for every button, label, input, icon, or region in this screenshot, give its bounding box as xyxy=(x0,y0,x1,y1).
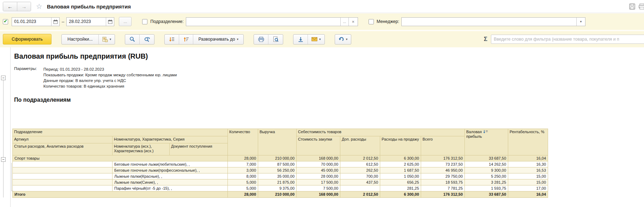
add-expenses-cell[interactable]: 2 012,50 xyxy=(340,155,380,161)
gross-profit-cell[interactable]: 1 593,75 xyxy=(465,185,508,191)
revenue-cell[interactable]: 35 000,00 xyxy=(258,173,297,179)
collapse-rows-button[interactable] xyxy=(179,35,193,44)
period-from-input[interactable] xyxy=(12,18,51,26)
nomenclature-cell[interactable]: Лыжные палки(Синие), , xyxy=(113,179,228,185)
quantity-cell[interactable]: 28,000 xyxy=(228,155,258,161)
find-next-button[interactable] xyxy=(139,35,154,44)
period-more-button[interactable]: ... xyxy=(119,17,132,26)
artikul-cell[interactable] xyxy=(13,185,113,191)
gross-profit-cell[interactable]: 9 300,00 xyxy=(465,167,508,173)
header-nomenclature-src[interactable]: Номенклатура (исх.), Характеристика (исх… xyxy=(113,143,170,155)
margin-cell[interactable]: 16,04 xyxy=(508,155,548,161)
total-cell[interactable]: 29 750,00 xyxy=(421,173,465,179)
period-to-calendar-button[interactable] xyxy=(106,18,114,26)
purchase-cost-cell[interactable]: 168 000,00 xyxy=(297,191,340,198)
gross-profit-cell[interactable]: 33 687,50 xyxy=(465,191,508,198)
add-expenses-cell[interactable]: 2 012,50 xyxy=(340,191,380,198)
add-expenses-cell[interactable]: 262,50 xyxy=(340,167,380,173)
sales-expenses-cell[interactable]: 281,25 xyxy=(380,185,421,191)
total-cell[interactable]: 18 593,75 xyxy=(421,179,465,185)
margin-cell[interactable]: 16,53 xyxy=(508,167,548,173)
nomenclature-cell[interactable]: Лыжные палки(Красные), , xyxy=(113,173,228,179)
artikul-cell[interactable] xyxy=(13,179,113,185)
quantity-cell[interactable]: 8,000 xyxy=(228,173,258,179)
print-preview-button[interactable] xyxy=(268,35,283,44)
collapse-group-button[interactable]: − xyxy=(1,157,6,162)
purchase-cost-cell[interactable]: 7 500,00 xyxy=(297,185,340,191)
nomenclature-cell[interactable]: Парафин чёрный(от -5 до -15), , xyxy=(113,185,228,191)
artikul-cell[interactable] xyxy=(13,161,113,167)
quantity-cell[interactable]: 28,000 xyxy=(228,191,258,198)
revenue-cell[interactable]: 9 375,00 xyxy=(258,185,297,191)
quantity-cell[interactable]: 3,000 xyxy=(228,167,258,173)
revenue-cell[interactable]: 21 875,00 xyxy=(258,179,297,185)
manager-input[interactable] xyxy=(402,18,576,26)
margin-cell[interactable]: 16,04 xyxy=(508,191,548,198)
header-revenue[interactable]: Выручка xyxy=(258,129,297,155)
margin-cell[interactable]: 16,30 xyxy=(508,161,548,167)
total-cell[interactable]: 176 312,50 xyxy=(421,191,465,198)
back-button[interactable]: ← xyxy=(3,2,17,11)
total-cell[interactable]: 176 312,50 xyxy=(421,155,465,161)
group-name-cell[interactable]: Спорт товары xyxy=(13,155,228,161)
department-input[interactable] xyxy=(186,18,340,26)
table-filter-input[interactable] xyxy=(491,35,644,44)
collapse-report-button[interactable]: − xyxy=(1,76,6,80)
save-file-button[interactable] xyxy=(293,35,308,44)
report-variants-button[interactable]: ▾ xyxy=(98,35,115,44)
sales-expenses-cell[interactable]: 6 300,00 xyxy=(380,155,421,161)
gross-profit-cell[interactable]: 14 262,50 xyxy=(465,161,508,167)
total-cell[interactable]: 73 237,50 xyxy=(421,161,465,167)
header-sales-expenses[interactable]: Расходы на продажу xyxy=(380,136,421,155)
header-total[interactable]: Всего xyxy=(421,136,465,155)
header-purchase-cost[interactable]: Стоимость закупки xyxy=(297,136,340,155)
add-expenses-cell[interactable]: 612,50 xyxy=(340,161,380,167)
margin-cell[interactable]: 15,00 xyxy=(508,179,548,185)
manager-dropdown-button[interactable]: ▾ xyxy=(576,18,585,26)
generate-button[interactable]: Сформировать xyxy=(3,34,51,45)
margin-cell[interactable]: 17,00 xyxy=(508,185,548,191)
department-clear-button[interactable]: × xyxy=(348,18,358,26)
artikul-cell[interactable] xyxy=(13,173,113,179)
sort-descending-icon[interactable] xyxy=(483,130,488,134)
sigma-totals-button[interactable]: Σ xyxy=(484,36,487,43)
header-quantity[interactable]: Количество xyxy=(228,129,258,155)
period-to-input[interactable] xyxy=(67,18,106,26)
gross-profit-cell[interactable]: 5 250,00 xyxy=(465,173,508,179)
total-cell[interactable]: 7 781,25 xyxy=(421,185,465,191)
period-checkbox[interactable]: ✔ xyxy=(3,19,8,24)
gross-profit-cell[interactable]: 3 281,25 xyxy=(465,179,508,185)
nomenclature-cell[interactable]: Беговые гоночные лыжи(любительские), , xyxy=(113,161,228,167)
header-artikul[interactable]: Артикул xyxy=(13,136,113,143)
sales-expenses-cell[interactable]: 1 687,50 xyxy=(380,167,421,173)
artikul-cell[interactable] xyxy=(13,167,113,173)
total-cell[interactable]: 46 950,00 xyxy=(421,167,465,173)
margin-cell[interactable]: 15,00 xyxy=(508,173,548,179)
manager-checkbox[interactable] xyxy=(369,19,374,24)
department-checkbox[interactable] xyxy=(142,19,147,24)
header-gross-profit[interactable]: Валовая прибыль xyxy=(465,129,508,155)
revenue-cell[interactable]: 210 000,00 xyxy=(258,155,297,161)
department-more-button[interactable]: ... xyxy=(340,18,348,26)
purchase-cost-cell[interactable]: 70 000,00 xyxy=(297,161,340,167)
revenue-cell[interactable]: 210 000,00 xyxy=(258,191,297,198)
header-nomenclature[interactable]: Номенклатура, Характеристика, Серия xyxy=(113,136,228,143)
header-cost-group[interactable]: Себестоимость товаров xyxy=(297,129,465,136)
quantity-cell[interactable]: 7,000 xyxy=(228,161,258,167)
purchase-cost-cell[interactable]: 17 500,00 xyxy=(297,179,340,185)
add-expenses-cell[interactable]: 437,50 xyxy=(340,179,380,185)
quantity-cell[interactable]: 5,000 xyxy=(228,179,258,185)
add-expenses-cell[interactable] xyxy=(340,185,380,191)
header-add-expenses[interactable]: Доп. расходы xyxy=(340,136,380,155)
nomenclature-cell[interactable]: Беговые гоночные лыжи(профессиональные),… xyxy=(113,167,228,173)
revenue-cell[interactable]: 87 500,00 xyxy=(258,161,297,167)
print-button[interactable] xyxy=(254,35,268,44)
email-button[interactable]: ▾ xyxy=(308,35,324,44)
header-expense-item[interactable]: Статья расходов, Аналитика расходов xyxy=(13,143,113,155)
print-titlebar-button[interactable] xyxy=(639,4,644,10)
header-podrazdelenie[interactable]: Подразделение xyxy=(13,129,228,136)
sales-expenses-cell[interactable]: 2 625,00 xyxy=(380,161,421,167)
expand-to-button[interactable]: Разворачивать до ▾ xyxy=(193,35,243,44)
period-from-calendar-button[interactable] xyxy=(51,18,59,26)
forward-button[interactable]: → xyxy=(17,2,31,11)
